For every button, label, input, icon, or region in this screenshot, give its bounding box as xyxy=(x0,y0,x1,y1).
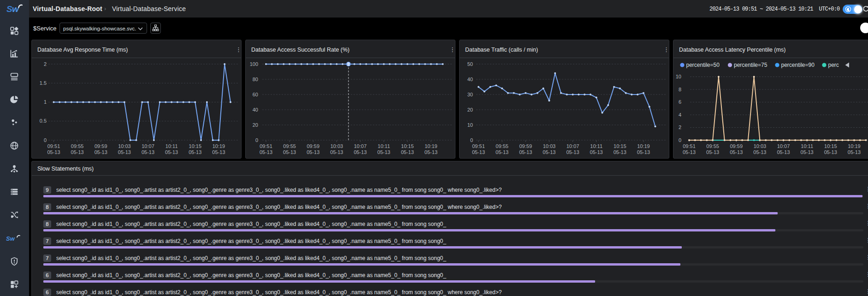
svg-text:10:11: 10:11 xyxy=(801,143,813,149)
svg-text:40: 40 xyxy=(467,77,473,82)
svg-text:2: 2 xyxy=(44,61,47,67)
svg-text:30: 30 xyxy=(467,92,473,97)
svg-text:05-13: 05-13 xyxy=(637,149,650,155)
svg-text:10:03: 10:03 xyxy=(754,143,767,149)
svg-text:percentile=50: percentile=50 xyxy=(686,62,720,68)
svg-text:05-13: 05-13 xyxy=(425,149,437,155)
svg-text:10:07: 10:07 xyxy=(567,143,579,149)
svg-text:05-13: 05-13 xyxy=(519,149,532,155)
svg-text:80: 80 xyxy=(253,77,258,82)
svg-text:0: 0 xyxy=(470,137,473,143)
svg-text:10:11: 10:11 xyxy=(590,143,602,149)
svg-text:05-13: 05-13 xyxy=(307,149,319,155)
svg-text:10: 10 xyxy=(676,74,681,79)
svg-text:10:19: 10:19 xyxy=(425,143,437,149)
svg-text:60: 60 xyxy=(253,92,258,97)
svg-text:10:19: 10:19 xyxy=(848,143,861,149)
svg-text:percentile=75: percentile=75 xyxy=(734,62,768,68)
svg-text:20: 20 xyxy=(467,107,473,112)
svg-text:2: 2 xyxy=(679,124,681,130)
svg-text:09:59: 09:59 xyxy=(94,143,107,149)
svg-text:09:51: 09:51 xyxy=(683,143,696,149)
svg-text:05-13: 05-13 xyxy=(71,149,84,155)
svg-text:6: 6 xyxy=(679,99,681,105)
svg-text:05-13: 05-13 xyxy=(118,149,131,155)
svg-text:0: 0 xyxy=(44,137,47,143)
svg-text:100: 100 xyxy=(250,61,258,67)
svg-text:10:07: 10:07 xyxy=(777,143,790,149)
svg-text:05-13: 05-13 xyxy=(472,149,485,155)
svg-text:10:07: 10:07 xyxy=(142,143,154,149)
svg-text:w: w xyxy=(12,4,19,14)
svg-text:percentile=90: percentile=90 xyxy=(781,62,815,68)
svg-text:05-13: 05-13 xyxy=(824,149,837,155)
svg-text:05-13: 05-13 xyxy=(330,149,343,155)
svg-text:05-13: 05-13 xyxy=(212,149,225,155)
svg-text:10:03: 10:03 xyxy=(331,143,343,149)
svg-text:05-13: 05-13 xyxy=(706,149,719,155)
svg-text:05-13: 05-13 xyxy=(730,149,743,155)
svg-text:05-13: 05-13 xyxy=(801,149,814,155)
svg-text:10:03: 10:03 xyxy=(118,143,131,149)
svg-text:05-13: 05-13 xyxy=(777,149,790,155)
svg-text:05-13: 05-13 xyxy=(94,149,107,155)
svg-text:05-13: 05-13 xyxy=(260,149,272,155)
svg-text:10:03: 10:03 xyxy=(543,143,556,149)
svg-text:10:15: 10:15 xyxy=(189,143,202,149)
svg-text:05-13: 05-13 xyxy=(848,149,861,155)
svg-text:10:15: 10:15 xyxy=(824,143,837,149)
svg-text:10:19: 10:19 xyxy=(213,143,225,149)
svg-text:05-13: 05-13 xyxy=(590,149,603,155)
svg-text:05-13: 05-13 xyxy=(142,149,154,155)
svg-text:10:15: 10:15 xyxy=(614,143,626,149)
svg-text:Sw: Sw xyxy=(6,235,15,242)
svg-text:09:55: 09:55 xyxy=(706,143,719,149)
svg-text:10: 10 xyxy=(467,122,473,128)
svg-text:10:11: 10:11 xyxy=(165,143,178,149)
svg-text:09:55: 09:55 xyxy=(71,143,84,149)
svg-text:perc: perc xyxy=(828,62,839,68)
svg-text:09:59: 09:59 xyxy=(520,143,532,149)
svg-text:09:51: 09:51 xyxy=(472,143,485,149)
svg-text:20: 20 xyxy=(253,122,258,128)
svg-text:0: 0 xyxy=(255,137,258,143)
svg-text:09:51: 09:51 xyxy=(47,143,60,149)
svg-text:05-13: 05-13 xyxy=(683,149,696,155)
svg-text:4: 4 xyxy=(679,112,681,118)
svg-text:1: 1 xyxy=(44,99,47,105)
svg-text:05-13: 05-13 xyxy=(378,149,390,155)
svg-text:09:55: 09:55 xyxy=(496,143,508,149)
svg-text:05-13: 05-13 xyxy=(614,149,626,155)
svg-text:09:59: 09:59 xyxy=(307,143,320,149)
svg-text:05-13: 05-13 xyxy=(543,149,555,155)
svg-text:05-13: 05-13 xyxy=(354,149,366,155)
svg-text:10:19: 10:19 xyxy=(637,143,650,149)
svg-text:40: 40 xyxy=(253,107,258,112)
svg-text:0: 0 xyxy=(679,137,681,143)
svg-text:50: 50 xyxy=(467,61,473,67)
svg-text:05-13: 05-13 xyxy=(165,149,178,155)
svg-text:05-13: 05-13 xyxy=(566,149,579,155)
svg-text:0.5: 0.5 xyxy=(40,118,47,124)
svg-text:09:51: 09:51 xyxy=(260,143,272,149)
svg-text:05-13: 05-13 xyxy=(753,149,766,155)
svg-text:05-13: 05-13 xyxy=(401,149,414,155)
svg-text:1.5: 1.5 xyxy=(40,80,47,86)
svg-text:10:15: 10:15 xyxy=(401,143,414,149)
svg-text:05-13: 05-13 xyxy=(283,149,296,155)
svg-text:05-13: 05-13 xyxy=(47,149,60,155)
svg-text:05-13: 05-13 xyxy=(496,149,508,155)
svg-text:05-13: 05-13 xyxy=(189,149,201,155)
svg-text:8: 8 xyxy=(679,87,681,92)
svg-text:10:07: 10:07 xyxy=(354,143,367,149)
svg-text:10:11: 10:11 xyxy=(378,143,390,149)
svg-text:09:55: 09:55 xyxy=(283,143,296,149)
svg-text:09:59: 09:59 xyxy=(730,143,743,149)
